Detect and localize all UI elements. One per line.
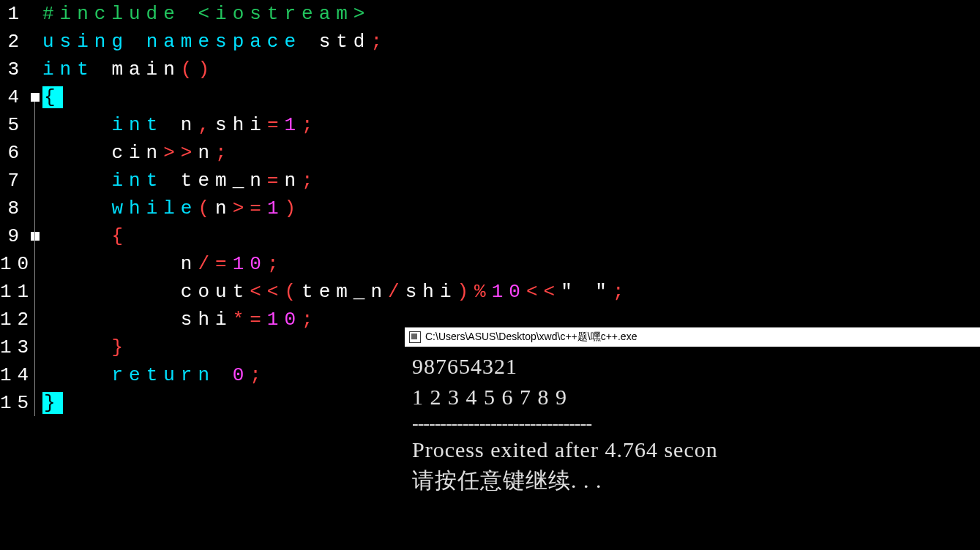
code-token: }	[111, 336, 129, 358]
code-token: *=	[233, 309, 267, 331]
code-token: ;	[302, 170, 319, 192]
code-token: =	[267, 114, 285, 136]
console-app-icon	[409, 331, 421, 343]
console-line: 请按任意键继续. . .	[412, 465, 973, 496]
line-number: 9	[0, 222, 25, 250]
code-token: n	[163, 114, 198, 136]
code-token	[42, 336, 111, 358]
code-token: main	[94, 59, 181, 80]
code-token: ;	[215, 142, 233, 164]
fold-marker-icon[interactable]	[31, 232, 40, 241]
code-token: ()	[181, 59, 215, 80]
code-token: (	[284, 281, 302, 303]
code-line[interactable]: {	[42, 83, 980, 111]
code-token	[215, 364, 233, 386]
code-line[interactable]: cout<<(tem_n/shi)%10<<" ";	[42, 278, 980, 306]
line-number: 3	[0, 56, 25, 83]
code-token: 0	[233, 364, 250, 386]
code-line[interactable]: {	[42, 222, 980, 250]
code-token: shi	[215, 114, 267, 136]
console-title: C:\Users\ASUS\Desktop\xwd\c++题\嘿c++.exe	[425, 331, 637, 344]
code-token: =	[267, 170, 285, 192]
code-token	[42, 114, 111, 136]
code-token: int	[42, 59, 94, 80]
code-token	[42, 170, 111, 192]
line-number: 12	[0, 306, 25, 334]
code-token: 10	[267, 309, 302, 331]
line-number: 15	[0, 389, 25, 417]
line-number: 8	[0, 195, 25, 222]
line-number: 7	[0, 167, 25, 195]
line-number: 1	[0, 0, 25, 28]
code-token: 1	[267, 197, 285, 219]
code-line[interactable]: int main()	[42, 56, 980, 83]
code-token: " "	[561, 281, 613, 303]
code-token: n	[215, 197, 233, 219]
code-token: #include <iostream>	[42, 3, 370, 25]
console-output[interactable]: 987654321 1 2 3 4 5 6 7 8 9 ------------…	[405, 347, 980, 500]
code-token: int	[111, 170, 163, 192]
console-line: Process exited after 4.764 secon	[412, 434, 973, 465]
line-number: 4	[0, 83, 25, 111]
line-number: 5	[0, 111, 25, 139]
code-token: int	[111, 114, 163, 136]
code-token	[42, 197, 111, 219]
code-token: return	[111, 364, 215, 386]
line-number: 14	[0, 361, 25, 389]
code-token: <<	[250, 281, 284, 303]
line-number: 10	[0, 250, 25, 278]
code-line[interactable]: int n,shi=1;	[42, 111, 980, 139]
code-token: 10	[492, 281, 526, 303]
code-token: while	[111, 197, 198, 219]
line-number: 2	[0, 28, 25, 56]
console-line: 987654321	[412, 351, 973, 382]
line-number: 11	[0, 278, 25, 306]
code-token: n	[284, 170, 302, 192]
code-line[interactable]: while(n>=1)	[42, 195, 980, 222]
code-token	[129, 31, 146, 53]
code-token: ,	[198, 114, 215, 136]
code-token: /	[388, 281, 405, 303]
code-token: %	[474, 281, 492, 303]
code-token: ;	[370, 31, 388, 53]
code-token: n	[198, 142, 215, 164]
code-token: <<	[526, 281, 561, 303]
code-token: )	[457, 281, 475, 303]
line-number-gutter: 123456789101112131415	[0, 0, 29, 417]
code-line[interactable]: using namespace std;	[42, 28, 980, 56]
line-number: 6	[0, 139, 25, 167]
console-divider: --------------------------------	[412, 412, 973, 434]
code-token	[42, 225, 111, 247]
code-token: ;	[302, 114, 319, 136]
code-token: ;	[613, 281, 630, 303]
code-token: >=	[233, 197, 267, 219]
console-line: 1 2 3 4 5 6 7 8 9	[412, 382, 973, 412]
code-token: (	[198, 197, 215, 219]
code-token: )	[284, 197, 302, 219]
code-token: ;	[267, 253, 285, 275]
fold-marker-icon[interactable]	[31, 93, 40, 102]
code-token: namespace	[146, 31, 302, 53]
code-token: 1	[284, 114, 302, 136]
code-token: tem_n	[163, 170, 267, 192]
fold-column	[29, 0, 42, 417]
console-titlebar[interactable]: C:\Users\ASUS\Desktop\xwd\c++题\嘿c++.exe	[405, 328, 980, 347]
code-token: }	[42, 392, 63, 414]
code-token: using	[42, 31, 129, 53]
code-token: ;	[250, 364, 267, 386]
code-token: cout	[42, 281, 250, 303]
code-line[interactable]: cin>>n;	[42, 139, 980, 167]
code-token: ;	[302, 309, 319, 331]
code-line[interactable]: #include <iostream>	[42, 0, 980, 28]
code-token: 10	[233, 253, 267, 275]
code-token: {	[111, 225, 129, 247]
code-token: tem_n	[302, 281, 388, 303]
code-token: shi	[405, 281, 457, 303]
code-line[interactable]: int tem_n=n;	[42, 167, 980, 195]
code-token: n	[42, 253, 198, 275]
code-line[interactable]: n/=10;	[42, 250, 980, 278]
code-token: shi	[42, 309, 233, 331]
code-token	[42, 364, 111, 386]
line-number: 13	[0, 334, 25, 361]
code-token: >>	[163, 142, 198, 164]
